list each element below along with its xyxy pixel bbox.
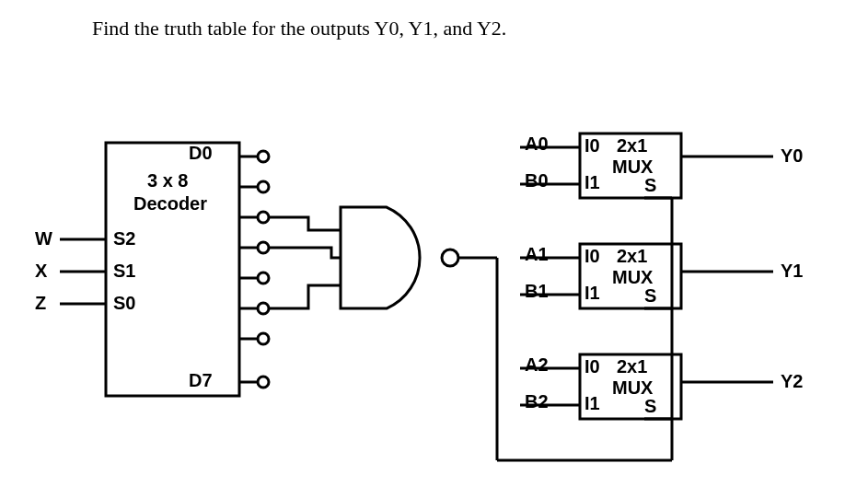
mux1-i0: I0 — [584, 246, 600, 267]
signal-z: Z — [35, 293, 46, 314]
mux2-i0: I0 — [584, 356, 600, 377]
label-y1: Y1 — [781, 261, 803, 282]
decoder-s2: S2 — [113, 228, 135, 249]
svg-point-12 — [258, 272, 269, 284]
nand3-gate — [341, 207, 420, 308]
decoder-s1: S1 — [113, 261, 135, 282]
signal-x: X — [35, 261, 47, 282]
svg-point-18 — [258, 377, 269, 388]
label-y2: Y2 — [781, 371, 803, 392]
mux0-i1: I1 — [584, 172, 600, 193]
mux0-type: 2x1 — [617, 135, 647, 157]
mux2-s: S — [644, 396, 656, 417]
signal-w: W — [35, 228, 52, 249]
mux0-s: S — [644, 175, 656, 196]
svg-point-6 — [258, 181, 269, 192]
decoder-d0: D0 — [189, 143, 213, 164]
nand3-bubble — [442, 249, 458, 266]
label-b0: B0 — [525, 170, 549, 191]
label-a2: A2 — [525, 354, 549, 376]
decoder-title2: Decoder — [133, 193, 207, 215]
svg-point-16 — [258, 333, 269, 344]
label-b1: B1 — [525, 281, 549, 302]
mux0-i0: I0 — [584, 135, 600, 157]
svg-point-4 — [258, 151, 269, 162]
mux2-i1: I1 — [584, 393, 600, 414]
label-b2: B2 — [525, 391, 549, 412]
decoder-s0: S0 — [113, 293, 135, 314]
mux1-i1: I1 — [584, 283, 600, 304]
decoder-outputs — [239, 151, 269, 388]
label-a0: A0 — [525, 133, 549, 155]
mux2-type: 2x1 — [617, 356, 647, 377]
svg-point-10 — [258, 242, 269, 253]
mux1-type: 2x1 — [617, 246, 647, 267]
label-a1: A1 — [525, 244, 549, 265]
svg-point-14 — [258, 303, 269, 314]
decoder-title1: 3 x 8 — [147, 170, 188, 191]
svg-point-8 — [258, 212, 269, 223]
decoder-d7: D7 — [189, 370, 213, 391]
label-y0: Y0 — [781, 145, 803, 167]
mux1-s: S — [644, 285, 656, 307]
